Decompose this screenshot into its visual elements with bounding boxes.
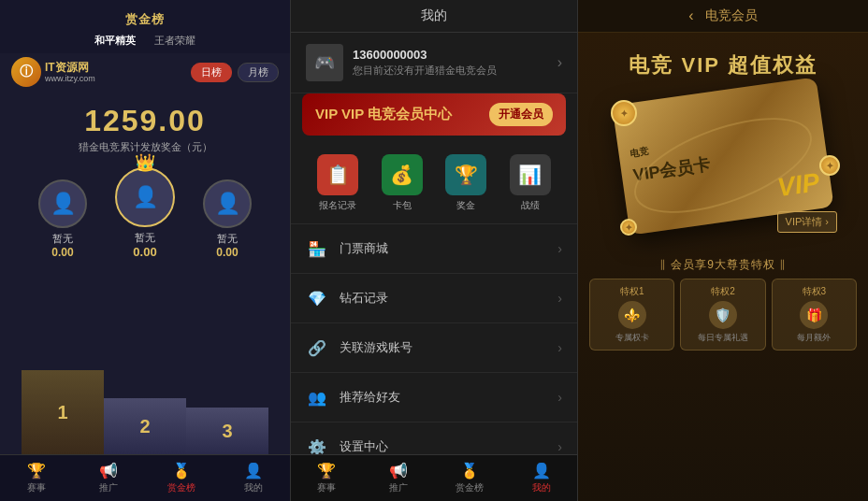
mid-nav-reward-label: 赏金榜 [456, 481, 484, 494]
mid-nav-match[interactable]: 🏆 赛事 [291, 455, 363, 501]
perk-3-icon: 🎁 [800, 301, 828, 329]
qa-record[interactable]: 📊 战绩 [510, 154, 551, 212]
game-tabs: 和平精英 王者荣耀 [11, 34, 279, 53]
perk-1-icon: ⚜️ [618, 301, 646, 329]
mid-user-info[interactable]: 🎮 13600000003 您目前还没有开通猎金电竞会员 › [291, 33, 577, 93]
rank1-avatar-icon: 👤 [133, 185, 158, 209]
coin-2: ✦ [819, 155, 840, 176]
left-title: 赏金榜 [11, 7, 279, 34]
menu-ticket-mall[interactable]: 🏪 门票商城 › [291, 224, 577, 274]
ticket-mall-icon: 🏪 [306, 237, 328, 260]
game-tab-peace[interactable]: 和平精英 [94, 34, 136, 48]
perk-2-desc: 每日专属礼遇 [698, 332, 748, 344]
mid-nav-reward[interactable]: 🏅 赏金榜 [434, 455, 506, 501]
vip-banner[interactable]: VIP VIP 电竞会员中心 开通会员 [302, 93, 566, 136]
perk-2-icon: 🛡️ [709, 301, 737, 329]
menu-link-game[interactable]: 🔗 关联游戏账号 › [291, 323, 577, 373]
diamond-arrow-icon: › [557, 291, 562, 306]
promote-icon: 📢 [99, 462, 118, 480]
mid-nav-promote[interactable]: 📢 推广 [363, 455, 435, 501]
qa-registration[interactable]: 📋 报名记录 [317, 154, 358, 212]
left-nav-mine[interactable]: 👤 我的 [218, 455, 291, 501]
perk-1-desc: 专属权卡 [615, 332, 649, 344]
quick-actions: 📋 报名记录 💰 卡包 🏆 奖金 📊 战绩 [291, 147, 577, 224]
mine-icon-left: 👤 [244, 462, 263, 480]
qa-record-icon: 📊 [510, 154, 551, 195]
left-nav-promote[interactable]: 📢 推广 [73, 455, 146, 501]
podium-stands: 2 1 3 [19, 370, 271, 454]
mid-bottom-nav: 🏆 赛事 📢 推广 🏅 赏金榜 👤 我的 [291, 454, 577, 501]
rank1-score: 0.00 [133, 245, 156, 259]
mid-title: 我的 [421, 7, 447, 22]
middle-panel: 我的 🎮 13600000003 您目前还没有开通猎金电竞会员 › VIP VI… [290, 0, 578, 501]
mid-mine-icon: 👤 [532, 462, 551, 480]
rank2-score: 0.00 [51, 246, 73, 259]
vip-card-area: 电竞 VIP会员卡 VIP ✦ ✦ ✦ VIP详情 › [601, 91, 845, 240]
mid-header: 我的 [291, 0, 577, 33]
left-nav-promote-label: 推广 [99, 481, 118, 494]
user-arrow-icon: › [557, 54, 562, 71]
vip-detail-btn[interactable]: VIP详情 › [777, 211, 837, 233]
mid-match-icon: 🏆 [317, 462, 336, 480]
left-nav-reward[interactable]: 🏅 赏金榜 [145, 455, 218, 501]
refer-icon: 👥 [306, 386, 328, 408]
refer-arrow-icon: › [557, 390, 562, 405]
right-panel: ‹ 电竞会员 电竞 VIP 超值权益 电竞 VIP会员卡 VIP ✦ ✦ ✦ V… [578, 0, 868, 501]
period-btn-daily[interactable]: 日榜 [191, 63, 232, 82]
player-rank2: 👤 暂无 0.00 [22, 179, 104, 259]
menu-refer-label: 推荐给好友 [340, 389, 557, 406]
menu-settings-label: 设置中心 [340, 438, 557, 454]
rank2-avatar-icon: 👤 [51, 192, 76, 216]
user-phone: 13600000003 [353, 48, 557, 62]
menu-refer[interactable]: 👥 推荐给好友 › [291, 373, 577, 422]
rank3-avatar-wrap: 👤 [203, 179, 252, 228]
perk-card-2: 特权2 🛡️ 每日专属礼遇 [680, 279, 765, 351]
member-perks-title: ‖ 会员享9大尊贵特权 ‖ [659, 257, 787, 273]
mid-nav-mine[interactable]: 👤 我的 [506, 455, 578, 501]
menu-diamond[interactable]: 💎 钻石记录 › [291, 274, 577, 323]
menu-diamond-label: 钻石记录 [340, 290, 557, 307]
mid-nav-promote-label: 推广 [389, 481, 408, 494]
left-nav-match[interactable]: 🏆 赛事 [0, 455, 73, 501]
back-icon[interactable]: ‹ [688, 7, 693, 24]
left-panel: 赏金榜 和平精英 王者荣耀 ⓘ IT资源网 www.itzy.com 日榜 月榜… [0, 0, 290, 501]
left-nav-reward-label: 赏金榜 [167, 481, 195, 494]
rank2-avatar-wrap: 👤 [38, 179, 87, 228]
logo-sub: www.itzy.com [45, 74, 95, 83]
reward-icon: 🏅 [172, 462, 191, 480]
user-details: 13600000003 您目前还没有开通猎金电竞会员 [353, 48, 557, 78]
mid-nav-mine-label: 我的 [532, 481, 551, 494]
user-vip-status: 您目前还没有开通猎金电竞会员 [353, 64, 557, 78]
mid-reward-icon: 🏅 [460, 462, 479, 480]
settings-icon: ⚙️ [306, 436, 328, 454]
logo-circle: ⓘ [11, 57, 41, 87]
qa-wallet[interactable]: 💰 卡包 [382, 154, 423, 212]
diamond-icon: 💎 [306, 287, 328, 309]
period-btn-monthly[interactable]: 月榜 [238, 63, 279, 82]
qa-reg-label: 报名记录 [319, 199, 356, 212]
prize-display: 1259.00 猎金电竞累计发放奖金（元） [0, 93, 290, 158]
logo-text: IT资源网 [45, 61, 95, 74]
left-header: 赏金榜 和平精英 王者荣耀 [0, 0, 290, 53]
rank3-score: 0.00 [216, 246, 238, 259]
vip-banner-left: VIP VIP 电竞会员中心 [315, 106, 452, 123]
rank2-avatar: 👤 [38, 179, 87, 228]
rank1-avatar: 👤 [115, 167, 175, 227]
menu-link-label: 关联游戏账号 [340, 339, 557, 356]
perk-cards: 特权1 ⚜️ 专属权卡 特权2 🛡️ 每日专属礼遇 特权3 🎁 每月额外 [589, 279, 857, 351]
coin-3: ✦ [620, 219, 637, 236]
menu-list: 🏪 门票商城 › 💎 钻石记录 › 🔗 关联游戏账号 › 👥 推荐给好友 › ⚙… [291, 224, 577, 454]
coin-1: ✦ [611, 100, 637, 126]
logo-text-block: IT资源网 www.itzy.com [45, 61, 95, 83]
perk-1-label: 特权1 [620, 285, 644, 298]
ticket-arrow-icon: › [557, 241, 562, 256]
vip-open-btn[interactable]: 开通会员 [489, 103, 553, 126]
settings-arrow-icon: › [557, 439, 562, 454]
left-nav-match-label: 赛事 [27, 481, 46, 494]
game-tab-honor[interactable]: 王者荣耀 [154, 34, 195, 48]
qa-reg-icon: 📋 [317, 154, 358, 195]
podium-area: 👤 暂无 0.00 👑 👤 暂无 0.00 [0, 158, 290, 454]
qa-prize[interactable]: 🏆 奖金 [445, 154, 486, 212]
menu-settings[interactable]: ⚙️ 设置中心 › [291, 422, 577, 454]
qa-wallet-label: 卡包 [393, 199, 412, 212]
